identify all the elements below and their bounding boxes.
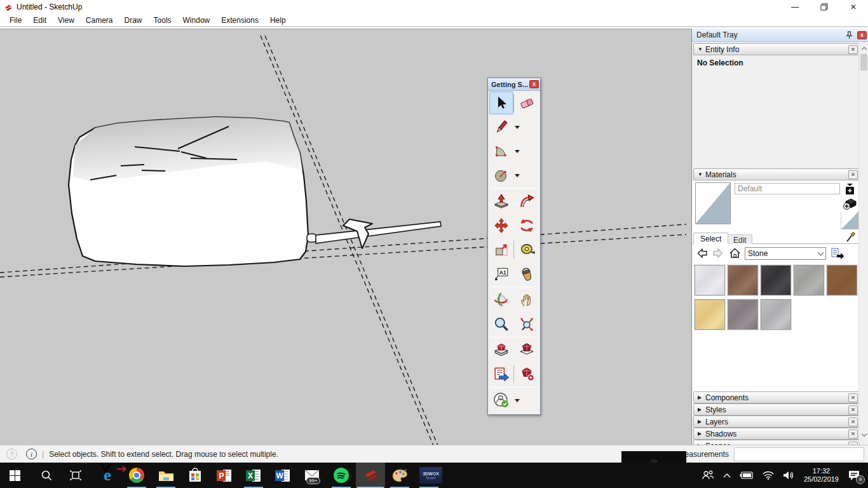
home-icon[interactable]	[729, 248, 741, 259]
paint-bucket-tool-button[interactable]	[515, 262, 539, 285]
orbit-tool-button[interactable]	[489, 288, 513, 311]
geolocation-icon[interactable]: ?	[6, 449, 17, 459]
scroll-down-arrow[interactable]	[860, 430, 868, 440]
restore-button[interactable]	[810, 0, 839, 14]
taskbar-chrome[interactable]	[122, 463, 151, 488]
select-tool-button[interactable]	[489, 92, 513, 114]
material-swatch[interactable]	[761, 299, 791, 330]
wifi-icon[interactable]	[763, 471, 774, 480]
styles-header[interactable]: ▶Styles✕	[693, 403, 860, 416]
arc-tool-button[interactable]	[489, 140, 513, 163]
extension-warehouse-button[interactable]	[515, 339, 539, 362]
pickaxe-model[interactable]	[307, 219, 441, 248]
taskbar-paint[interactable]	[385, 463, 414, 488]
tab-edit[interactable]: Edit	[728, 234, 752, 244]
material-name-field[interactable]	[735, 183, 840, 194]
move-tool-button[interactable]	[489, 214, 513, 237]
drawing-canvas[interactable]	[0, 29, 691, 445]
materials-close-button[interactable]: ✕	[848, 170, 858, 179]
tape-measure-tool-button[interactable]	[515, 238, 539, 261]
tray-header[interactable]: Default Tray x	[692, 29, 868, 42]
people-icon[interactable]	[702, 470, 714, 480]
shadows-header[interactable]: ▶Shadows✕	[693, 428, 860, 440]
material-swatch[interactable]	[827, 265, 857, 295]
forward-arrow-icon[interactable]	[712, 248, 723, 258]
menu-extensions[interactable]: Extensions	[215, 15, 264, 26]
tab-select[interactable]: Select	[693, 233, 728, 244]
layers-header[interactable]: ▶Layers✕	[693, 416, 860, 428]
material-swatch[interactable]	[728, 299, 758, 330]
material-swatch[interactable]	[794, 265, 824, 295]
start-button[interactable]	[0, 463, 29, 488]
layers-close-button[interactable]: ✕	[848, 417, 858, 426]
info-icon[interactable]: i	[26, 449, 37, 459]
line-tool-dropdown[interactable]	[515, 126, 520, 129]
menu-file[interactable]: File	[4, 15, 27, 26]
material-swatch[interactable]	[761, 265, 791, 295]
create-material-icon[interactable]	[843, 196, 858, 211]
materials-collection-dropdown[interactable]: Stone	[745, 247, 826, 260]
taskbar-mail[interactable]: 99+	[297, 463, 327, 488]
components-header[interactable]: ▶Components✕	[693, 391, 860, 403]
secondary-pane-icon[interactable]	[844, 183, 855, 195]
menu-camera[interactable]: Camera	[80, 15, 119, 26]
taskbar-spotify[interactable]	[327, 463, 356, 488]
material-swatch[interactable]	[728, 265, 758, 295]
show-hidden-icons-chevron[interactable]	[723, 473, 731, 478]
material-swatch[interactable]	[695, 265, 725, 295]
scrollbar-thumb[interactable]	[860, 54, 867, 71]
text-tool-button[interactable]: A1	[489, 262, 513, 285]
taskbar-store[interactable]	[180, 463, 210, 488]
action-center-button[interactable]: 9	[848, 470, 860, 481]
taskbar-3dwox[interactable]: 3DWOX Sindoh	[414, 463, 447, 488]
3d-warehouse-button[interactable]	[489, 339, 513, 362]
tray-scrollbar[interactable]	[858, 43, 868, 444]
sign-in-dropdown[interactable]	[515, 399, 520, 402]
pan-tool-button[interactable]	[515, 288, 539, 311]
scroll-up-arrow[interactable]	[860, 43, 868, 53]
volume-icon[interactable]	[783, 471, 794, 480]
menu-edit[interactable]: Edit	[27, 15, 52, 26]
zoom-tool-button[interactable]	[489, 313, 513, 336]
details-arrow-icon[interactable]	[831, 248, 844, 259]
measurements-input[interactable]	[734, 447, 864, 461]
menu-draw[interactable]: Draw	[119, 15, 148, 26]
taskbar-word[interactable]: W	[268, 463, 297, 488]
menu-help[interactable]: Help	[264, 15, 292, 26]
menu-window[interactable]: Window	[177, 15, 216, 26]
zoom-extents-tool-button[interactable]	[515, 313, 539, 336]
getting-started-titlebar[interactable]: Getting S... x	[488, 78, 540, 91]
shadows-close-button[interactable]: ✕	[848, 430, 858, 438]
minimize-button[interactable]: —	[780, 0, 810, 14]
push-pull-tool-button[interactable]	[489, 190, 513, 213]
taskbar-powerpoint[interactable]: P	[210, 463, 239, 488]
follow-me-tool-button[interactable]	[515, 190, 539, 213]
taskbar-clock[interactable]: 17:32 25/02/2019	[804, 467, 839, 484]
material-preview-thumbnail[interactable]	[695, 182, 731, 224]
search-button[interactable]	[32, 463, 61, 488]
sign-in-button[interactable]	[489, 389, 513, 412]
scale-tool-button[interactable]	[489, 238, 513, 261]
send-to-layout-button[interactable]	[489, 363, 513, 386]
rotate-tool-button[interactable]	[515, 214, 539, 237]
menu-view[interactable]: View	[52, 15, 80, 26]
taskbar-edge[interactable]: e	[93, 463, 122, 488]
materials-header[interactable]: ▼ Materials ✕	[693, 168, 860, 180]
arc-tool-dropdown[interactable]	[515, 150, 520, 153]
taskbar-sketchup[interactable]	[356, 463, 385, 488]
extension-manager-button[interactable]	[515, 363, 539, 386]
menu-tools[interactable]: Tools	[148, 15, 177, 26]
shapes-tool-button[interactable]	[489, 164, 513, 187]
rock-model[interactable]	[69, 117, 308, 266]
back-arrow-icon[interactable]	[697, 248, 708, 258]
entity-info-close-button[interactable]: ✕	[848, 45, 858, 54]
close-button[interactable]: ✕	[839, 0, 868, 14]
line-tool-button[interactable]	[489, 116, 513, 139]
styles-close-button[interactable]: ✕	[848, 405, 858, 414]
components-close-button[interactable]: ✕	[848, 393, 858, 402]
toolbar-close-button[interactable]: x	[529, 80, 539, 88]
sample-paint-eyedropper-icon[interactable]	[846, 231, 856, 243]
battery-icon[interactable]	[740, 471, 754, 479]
pin-icon[interactable]	[845, 31, 853, 39]
task-view-button[interactable]	[61, 463, 90, 488]
